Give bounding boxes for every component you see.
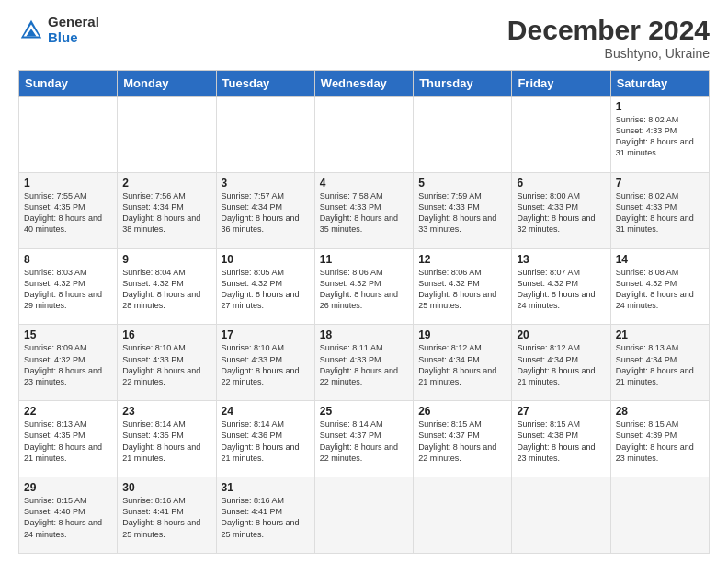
day-number: 6 [517,177,605,190]
day-info: Sunrise: 8:11 AMSunset: 4:33 PMDaylight:… [320,343,398,385]
calendar-week-row: 15 Sunrise: 8:09 AMSunset: 4:32 PMDaylig… [19,325,710,401]
col-wednesday: Wednesday [314,71,413,97]
day-info: Sunrise: 8:10 AMSunset: 4:33 PMDaylight:… [222,343,300,385]
table-row: 27 Sunrise: 8:15 AMSunset: 4:38 PMDaylig… [512,401,610,477]
day-number: 17 [222,328,310,341]
day-info: Sunrise: 8:16 AMSunset: 4:41 PMDaylight:… [122,496,200,538]
day-info: Sunrise: 8:06 AMSunset: 4:32 PMDaylight:… [418,268,496,310]
day-number: 1 [616,100,704,113]
day-number: 14 [616,253,704,266]
table-row: 1 Sunrise: 8:02 AMSunset: 4:33 PMDayligh… [610,97,709,173]
table-row [216,97,314,173]
table-row: 4 Sunrise: 7:58 AMSunset: 4:33 PMDayligh… [314,172,413,248]
day-info: Sunrise: 8:15 AMSunset: 4:39 PMDaylight:… [616,419,694,462]
day-info: Sunrise: 8:10 AMSunset: 4:33 PMDaylight:… [122,343,200,385]
day-number: 15 [24,328,112,341]
day-number: 21 [616,328,704,341]
table-row: 14 Sunrise: 8:08 AMSunset: 4:32 PMDaylig… [610,248,709,325]
table-row [512,477,610,554]
table-row: 15 Sunrise: 8:09 AMSunset: 4:32 PMDaylig… [19,325,118,401]
calendar-week-row: 8 Sunrise: 8:03 AMSunset: 4:32 PMDayligh… [19,248,710,325]
day-number: 30 [122,481,210,494]
day-number: 3 [222,177,310,190]
day-number: 13 [517,253,605,266]
day-info: Sunrise: 7:56 AMSunset: 4:34 PMDaylight:… [122,191,200,234]
table-row: 12 Sunrise: 8:06 AMSunset: 4:32 PMDaylig… [414,248,512,325]
day-number: 9 [122,253,210,266]
table-row [414,97,512,173]
logo-blue-text: Blue [48,30,99,46]
calendar-table: Sunday Monday Tuesday Wednesday Thursday… [18,70,710,554]
col-monday: Monday [118,71,216,97]
day-info: Sunrise: 8:09 AMSunset: 4:32 PMDaylight:… [24,343,102,385]
table-row: 5 Sunrise: 7:59 AMSunset: 4:33 PMDayligh… [414,172,512,248]
table-row: 1 Sunrise: 7:55 AMSunset: 4:35 PMDayligh… [19,172,118,248]
table-row: 19 Sunrise: 8:12 AMSunset: 4:34 PMDaylig… [414,325,512,401]
col-saturday: Saturday [610,71,709,97]
day-number: 20 [517,328,605,341]
header: General Blue December 2024 Bushtyno, Ukr… [18,15,710,61]
table-row: 16 Sunrise: 8:10 AMSunset: 4:33 PMDaylig… [118,325,216,401]
table-row: 31 Sunrise: 8:16 AMSunset: 4:41 PMDaylig… [216,477,314,554]
day-number: 8 [24,253,112,266]
day-number: 1 [24,177,112,190]
logo: General Blue [18,15,99,45]
month-title: December 2024 [507,15,710,46]
day-info: Sunrise: 8:00 AMSunset: 4:33 PMDaylight:… [517,191,595,234]
table-row: 23 Sunrise: 8:14 AMSunset: 4:35 PMDaylig… [118,401,216,477]
table-row: 24 Sunrise: 8:14 AMSunset: 4:36 PMDaylig… [216,401,314,477]
day-info: Sunrise: 8:13 AMSunset: 4:35 PMDaylight:… [24,419,102,462]
col-friday: Friday [512,71,610,97]
day-info: Sunrise: 8:08 AMSunset: 4:32 PMDaylight:… [616,268,694,310]
table-row: 26 Sunrise: 8:15 AMSunset: 4:37 PMDaylig… [414,401,512,477]
day-info: Sunrise: 8:16 AMSunset: 4:41 PMDaylight:… [222,496,300,538]
table-row: 3 Sunrise: 7:57 AMSunset: 4:34 PMDayligh… [216,172,314,248]
calendar-week-row: 29 Sunrise: 8:15 AMSunset: 4:40 PMDaylig… [19,477,710,554]
day-number: 29 [24,481,112,494]
day-info: Sunrise: 7:58 AMSunset: 4:33 PMDaylight:… [320,191,398,234]
day-number: 16 [122,328,210,341]
calendar-week-row: 1 Sunrise: 8:02 AMSunset: 4:33 PMDayligh… [19,97,710,173]
logo-icon [18,17,44,43]
day-number: 4 [320,177,408,190]
day-number: 5 [418,177,506,190]
day-number: 24 [222,405,310,418]
day-number: 23 [122,405,210,418]
calendar-week-row: 1 Sunrise: 7:55 AMSunset: 4:35 PMDayligh… [19,172,710,248]
table-row [314,477,413,554]
table-row: 28 Sunrise: 8:15 AMSunset: 4:39 PMDaylig… [610,401,709,477]
table-row: 22 Sunrise: 8:13 AMSunset: 4:35 PMDaylig… [19,401,118,477]
day-number: 19 [418,328,506,341]
day-number: 25 [320,405,408,418]
day-info: Sunrise: 8:12 AMSunset: 4:34 PMDaylight:… [418,343,496,385]
day-info: Sunrise: 8:04 AMSunset: 4:32 PMDaylight:… [122,268,200,310]
table-row: 30 Sunrise: 8:16 AMSunset: 4:41 PMDaylig… [118,477,216,554]
day-number: 27 [517,405,605,418]
day-info: Sunrise: 7:57 AMSunset: 4:34 PMDaylight:… [222,191,300,234]
day-info: Sunrise: 7:59 AMSunset: 4:33 PMDaylight:… [418,191,496,234]
table-row: 21 Sunrise: 8:13 AMSunset: 4:34 PMDaylig… [610,325,709,401]
table-row: 8 Sunrise: 8:03 AMSunset: 4:32 PMDayligh… [19,248,118,325]
day-info: Sunrise: 8:15 AMSunset: 4:40 PMDaylight:… [24,496,102,538]
day-info: Sunrise: 8:07 AMSunset: 4:32 PMDaylight:… [517,268,595,310]
day-info: Sunrise: 8:12 AMSunset: 4:34 PMDaylight:… [517,343,595,385]
day-number: 31 [222,481,310,494]
day-number: 11 [320,253,408,266]
day-info: Sunrise: 8:14 AMSunset: 4:37 PMDaylight:… [320,419,398,462]
day-info: Sunrise: 8:14 AMSunset: 4:35 PMDaylight:… [122,419,200,462]
page: General Blue December 2024 Bushtyno, Ukr… [0,0,728,563]
day-info: Sunrise: 7:55 AMSunset: 4:35 PMDaylight:… [24,191,102,234]
table-row: 20 Sunrise: 8:12 AMSunset: 4:34 PMDaylig… [512,325,610,401]
day-number: 2 [122,177,210,190]
day-info: Sunrise: 8:15 AMSunset: 4:37 PMDaylight:… [418,419,496,462]
day-info: Sunrise: 8:06 AMSunset: 4:32 PMDaylight:… [320,268,398,310]
table-row [314,97,413,173]
table-row [512,97,610,173]
logo-text: General Blue [48,15,99,45]
table-row: 29 Sunrise: 8:15 AMSunset: 4:40 PMDaylig… [19,477,118,554]
table-row: 6 Sunrise: 8:00 AMSunset: 4:33 PMDayligh… [512,172,610,248]
calendar-header-row: Sunday Monday Tuesday Wednesday Thursday… [19,71,710,97]
col-sunday: Sunday [19,71,118,97]
table-row [414,477,512,554]
table-row: 17 Sunrise: 8:10 AMSunset: 4:33 PMDaylig… [216,325,314,401]
